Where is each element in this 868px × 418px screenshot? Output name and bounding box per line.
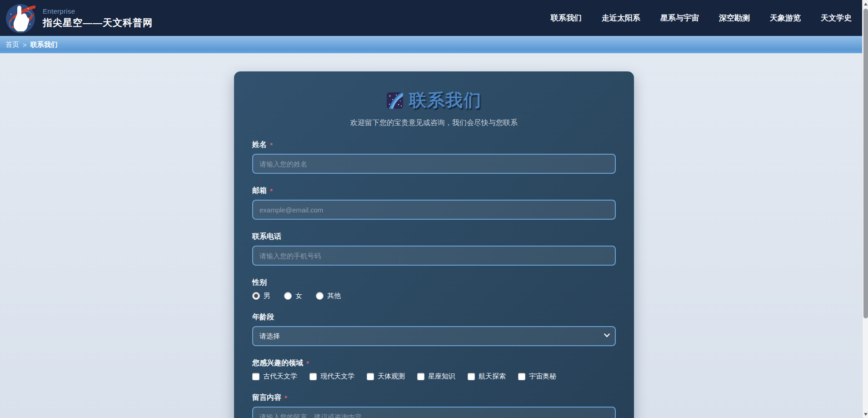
age-select-wrap: 请选择 [252, 326, 616, 346]
nav-item-galaxy-universe[interactable]: 星系与宇宙 [660, 13, 699, 23]
interest-option-label: 宇宙奥秘 [529, 372, 556, 381]
gender-option-other[interactable]: 其他 [316, 292, 341, 300]
field-group-phone: 联系电话 [252, 232, 616, 266]
form-title-row: 联系我们 [252, 89, 616, 112]
required-marker: * [270, 141, 273, 149]
interests-label: 您感兴趣的领域 [252, 358, 303, 368]
form-subtitle: 欢迎留下您的宝贵意见或咨询，我们会尽快与您联系 [252, 118, 616, 128]
interest-option-label: 天体观测 [378, 372, 405, 381]
interest-option-space-exploration[interactable]: 航天探索 [468, 372, 506, 381]
scroll-up-arrow-icon [864, 3, 868, 5]
main-nav: 联系我们 走近太阳系 星系与宇宙 深空勘测 天象游览 天文学史 [551, 13, 852, 23]
checkbox-constellation-knowledge[interactable] [417, 373, 424, 380]
interest-option-cosmic-mystery[interactable]: 宇宙奥秘 [518, 372, 556, 381]
field-group-email: 邮箱 * [252, 186, 616, 220]
message-textarea[interactable] [252, 407, 616, 418]
interest-option-ancient-astronomy[interactable]: 古代天文学 [252, 372, 297, 381]
radio-male-selected[interactable] [252, 292, 260, 300]
age-label: 年龄段 [252, 312, 274, 322]
breadcrumb-current: 联系我们 [30, 40, 58, 49]
gender-radio-group: 男 女 其他 [252, 292, 616, 300]
contact-form-card: 联系我们 欢迎留下您的宝贵意见或咨询，我们会尽快与您联系 姓名 * 邮箱 * 联… [234, 71, 634, 418]
fingertip-starry-sky-logo-icon [5, 2, 36, 34]
field-group-name: 姓名 * [252, 140, 616, 174]
interest-option-celestial-observation[interactable]: 天体观测 [367, 372, 405, 381]
breadcrumb: 首页 > 联系我们 [0, 36, 868, 53]
interest-option-label: 航天探索 [479, 372, 506, 381]
interests-checkbox-group: 古代天文学 现代天文学 天体观测 星座知识 航天探索 宇宙奥秘 [252, 372, 616, 381]
field-group-age: 年龄段 请选择 [252, 312, 616, 346]
breadcrumb-home-link[interactable]: 首页 [5, 40, 19, 49]
phone-input[interactable] [252, 246, 616, 266]
site-title: 指尖星空——天文科普网 [43, 16, 153, 29]
interest-option-modern-astronomy[interactable]: 现代天文学 [309, 372, 354, 381]
page-title: 联系我们 [409, 89, 482, 112]
name-input[interactable] [252, 154, 616, 174]
checkbox-ancient-astronomy[interactable] [252, 373, 259, 380]
age-select[interactable]: 请选择 [252, 326, 616, 346]
interest-option-label: 现代天文学 [320, 372, 354, 381]
field-group-interests: 您感兴趣的领域 * 古代天文学 现代天文学 天体观测 星座知识 航天探索 [252, 358, 616, 381]
gender-option-label: 女 [295, 292, 302, 300]
checkbox-modern-astronomy[interactable] [309, 373, 317, 380]
nav-item-astronomy-history[interactable]: 天文学史 [821, 13, 852, 23]
milky-way-icon [386, 92, 404, 109]
site-header: Enterprise 指尖星空——天文科普网 联系我们 走近太阳系 星系与宇宙 … [0, 0, 868, 36]
vertical-scrollbar[interactable] [862, 0, 868, 418]
required-marker: * [306, 359, 309, 367]
radio-other[interactable] [316, 292, 324, 300]
gender-label: 性别 [252, 278, 267, 287]
gender-option-female[interactable]: 女 [284, 292, 302, 300]
interest-option-label: 星座知识 [428, 372, 455, 381]
breadcrumb-separator: > [23, 41, 27, 49]
phone-label: 联系电话 [252, 232, 281, 242]
gender-option-male[interactable]: 男 [252, 292, 270, 300]
gender-option-label: 其他 [327, 292, 341, 300]
name-label: 姓名 [252, 140, 267, 150]
field-group-gender: 性别 男 女 其他 [252, 278, 616, 300]
interest-option-constellation-knowledge[interactable]: 星座知识 [417, 372, 455, 381]
scroll-up-button[interactable] [863, 0, 868, 8]
checkbox-cosmic-mystery[interactable] [518, 373, 525, 380]
site-logo[interactable] [5, 2, 36, 34]
scroll-down-arrow-icon [864, 413, 868, 416]
field-group-message: 留言内容 * [252, 393, 616, 418]
age-select-value: 请选择 [259, 332, 280, 341]
email-input[interactable] [252, 200, 616, 220]
scroll-down-button[interactable] [863, 410, 868, 418]
message-label: 留言内容 [252, 393, 281, 403]
radio-female[interactable] [284, 292, 292, 300]
interest-option-label: 古代天文学 [263, 372, 297, 381]
email-label: 邮箱 [252, 186, 267, 196]
checkbox-celestial-observation[interactable] [367, 373, 374, 380]
required-marker: * [270, 187, 273, 195]
brand-block: Enterprise 指尖星空——天文科普网 [43, 7, 153, 29]
nav-item-solar-system[interactable]: 走近太阳系 [602, 13, 640, 23]
brand-subtitle: Enterprise [43, 7, 153, 15]
required-marker: * [284, 394, 287, 402]
gender-option-label: 男 [264, 292, 270, 300]
nav-item-deep-space[interactable]: 深空勘测 [719, 13, 750, 23]
scrollbar-thumb[interactable] [863, 9, 868, 318]
nav-item-sky-tour[interactable]: 天象游览 [770, 13, 801, 23]
nav-item-contact[interactable]: 联系我们 [551, 13, 582, 23]
checkbox-space-exploration[interactable] [468, 373, 475, 380]
